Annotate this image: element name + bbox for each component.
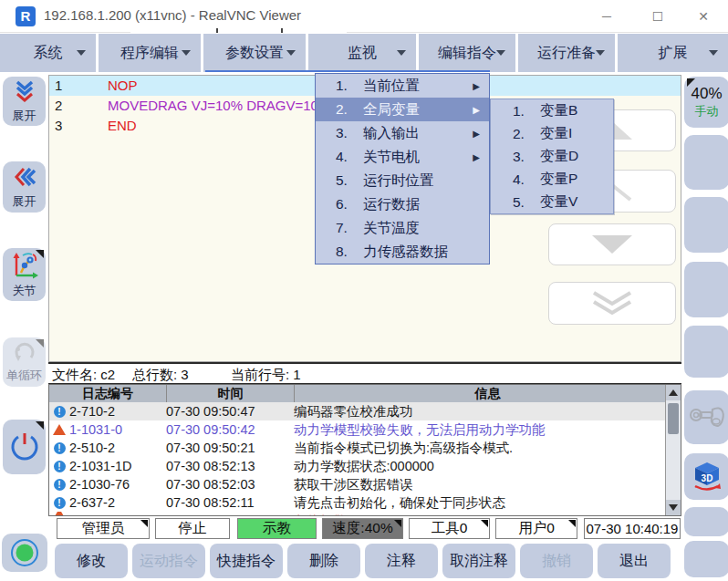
gamepad-button[interactable] xyxy=(684,390,728,444)
delete-button[interactable]: 删除 xyxy=(287,544,360,578)
corner-mark-icon xyxy=(36,339,44,348)
submenu-item-variable-b[interactable]: 1. 变量B xyxy=(491,99,613,122)
menu-edit-command[interactable]: 编辑指令 xyxy=(419,34,515,72)
3d-cube-icon: 3D xyxy=(691,461,723,493)
sidebar-servo-button[interactable] xyxy=(2,534,47,572)
log-row[interactable]: 2-637-2 07-30 08:52:11 请先点击初始化，确保处于同步状态 xyxy=(49,493,681,512)
corner-mark-icon xyxy=(481,520,488,527)
status-user-role[interactable]: 管理员 xyxy=(57,518,150,539)
submenu-item-variable-i[interactable]: 2. 变量I xyxy=(491,122,613,145)
right-panel-button[interactable] xyxy=(684,135,728,190)
log-scrollbar[interactable] xyxy=(665,385,681,515)
corner-mark-icon xyxy=(36,250,44,258)
item-label: 变量P xyxy=(540,170,577,189)
scroll-bottom-button[interactable] xyxy=(548,282,676,325)
power-icon xyxy=(8,430,41,462)
menu-item-current-position[interactable]: 1. 当前位置 ▶ xyxy=(316,74,489,98)
gamepad-icon xyxy=(688,402,726,433)
menu-item-global-variables[interactable]: 2. 全局变量 ▶ xyxy=(316,98,489,121)
chevron-down-icon xyxy=(182,50,191,56)
right-panel-button[interactable] xyxy=(684,262,728,317)
svg-text:3D: 3D xyxy=(701,473,712,483)
menu-item-joint-motor[interactable]: 4. 关节电机 ▶ xyxy=(316,145,489,169)
menu-extend[interactable]: 扩展 xyxy=(618,34,728,72)
line-number: 2 xyxy=(55,96,62,116)
log-table: 日志编号 时间 信息 2-710-2 07-30 09:50:47 编码器零位校… xyxy=(48,384,681,516)
item-label: 变量V xyxy=(540,192,577,212)
submenu-item-variable-v[interactable]: 5. 变量V xyxy=(491,191,613,213)
menu-monitor[interactable]: 监视 xyxy=(308,34,416,72)
status-tool[interactable]: 工具0 xyxy=(409,518,490,539)
status-label: 停止 xyxy=(179,519,207,538)
undo-button[interactable]: 撤销 xyxy=(520,544,593,578)
scrollbar-thumb[interactable] xyxy=(668,403,679,434)
submenu-arrow-icon: ▶ xyxy=(473,129,480,139)
item-number: 1. xyxy=(336,78,352,94)
modify-button[interactable]: 修改 xyxy=(55,544,128,578)
log-id: 1-1031-0 xyxy=(69,420,166,439)
item-label: 变量D xyxy=(540,147,578,166)
menu-item-input-output[interactable]: 3. 输入输出 ▶ xyxy=(316,121,489,145)
menu-run-prepare[interactable]: 运行准备 xyxy=(518,34,615,72)
exit-button[interactable]: 退出 xyxy=(598,544,671,578)
view-3d-button[interactable]: 3D xyxy=(684,453,728,500)
log-row[interactable]: 2-510-2 07-30 09:50:21 当前指令模式已切换为:高级指令模式… xyxy=(49,439,681,457)
log-row-partial[interactable]: 2-1030-43 07-30 08:52:02 急停报警!!! xyxy=(49,512,681,516)
motion-command-button[interactable]: 运动指令 xyxy=(132,544,205,578)
status-speed[interactable]: 速度:40% xyxy=(322,518,403,539)
uncomment-button[interactable]: 取消注释 xyxy=(442,544,515,578)
submenu-item-variable-d[interactable]: 3. 变量D xyxy=(491,145,613,168)
chevron-down-icon xyxy=(397,50,406,56)
menu-item-force-sensor-data[interactable]: 8. 力传感器数据 xyxy=(316,240,489,264)
scrollbar-down-arrow[interactable] xyxy=(666,500,681,515)
menu-item-run-data[interactable]: 6. 运行数据 xyxy=(316,192,489,216)
title-bar: R 192.168.1.200 (x11vnc) - RealVNC Viewe… xyxy=(0,0,728,33)
file-name: 文件名: c2 xyxy=(52,365,115,384)
log-message: 动力学数据状态:000000 xyxy=(294,457,681,475)
right-panel-button[interactable] xyxy=(684,541,728,577)
comment-button[interactable]: 注释 xyxy=(365,544,438,578)
log-row[interactable]: 2-710-2 07-30 09:50:47 编码器零位校准成功 xyxy=(49,402,681,420)
status-label: 管理员 xyxy=(82,519,125,538)
sidebar-expand-down-button[interactable]: 展开 xyxy=(3,77,46,126)
menu-param-settings[interactable]: 参数设置 xyxy=(203,34,306,72)
code-text: MOVEDRAG VJ=10% DRAGV=10 xyxy=(108,96,318,116)
realvnc-app-icon: R xyxy=(16,6,36,26)
speed-mode-button[interactable]: 40% 手动 xyxy=(684,77,728,128)
chevron-down-icon xyxy=(286,50,296,56)
log-time: 07-30 09:50:21 xyxy=(166,439,294,457)
sidebar-joint-button[interactable]: 关节 xyxy=(3,248,46,301)
close-button[interactable]: ✕ xyxy=(688,3,719,30)
submenu-item-variable-p[interactable]: 4. 变量P xyxy=(491,168,613,191)
triangle-down-icon xyxy=(592,235,632,254)
sidebar-power-button[interactable] xyxy=(3,420,46,474)
menu-program-edit[interactable]: 程序编辑 xyxy=(99,34,201,72)
item-number: 3. xyxy=(513,149,529,165)
chevron-down-icon xyxy=(709,50,718,56)
menu-system[interactable]: 系统 xyxy=(0,34,96,72)
log-time: 07-30 08:52:11 xyxy=(166,493,294,512)
item-number: 5. xyxy=(336,172,352,189)
item-label: 力传感器数据 xyxy=(363,243,448,262)
right-panel-button[interactable] xyxy=(684,326,728,378)
menu-item-runtime-position[interactable]: 5. 运行时位置 xyxy=(316,169,489,192)
menu-item-joint-temperature[interactable]: 7. 关节温度 xyxy=(316,216,489,240)
sidebar-expand-left-button[interactable]: 展开 xyxy=(3,161,46,213)
maximize-button[interactable]: ☐ xyxy=(642,3,673,30)
log-row[interactable]: 1-1031-0 07-30 09:50:42 动力学模型校验失败，无法启用动力… xyxy=(49,420,681,439)
log-row[interactable]: 2-1031-1D 07-30 08:52:13 动力学数据状态:000000 xyxy=(49,457,681,475)
chevron-down-icon xyxy=(496,50,505,56)
scroll-down-button[interactable] xyxy=(548,223,676,265)
log-time: 07-30 09:50:42 xyxy=(166,420,294,439)
warning-icon xyxy=(53,512,66,516)
status-user-frame[interactable]: 用户0 xyxy=(495,518,577,539)
minimize-button[interactable]: ─ xyxy=(591,3,622,30)
sidebar-button-label: 展开 xyxy=(3,193,46,210)
right-panel-button[interactable] xyxy=(684,197,728,253)
sidebar-single-cycle-button[interactable]: 单循环 xyxy=(3,337,46,387)
quick-command-button[interactable]: 快捷指令 xyxy=(210,544,283,578)
window-title: 192.168.1.200 (x11vnc) - RealVNC Viewer xyxy=(44,7,301,23)
log-row[interactable]: 2-1030-76 07-30 08:52:03 获取干涉区数据错误 xyxy=(49,475,681,493)
right-panel-button[interactable] xyxy=(684,507,728,536)
scrollbar-up-arrow[interactable] xyxy=(666,385,681,400)
